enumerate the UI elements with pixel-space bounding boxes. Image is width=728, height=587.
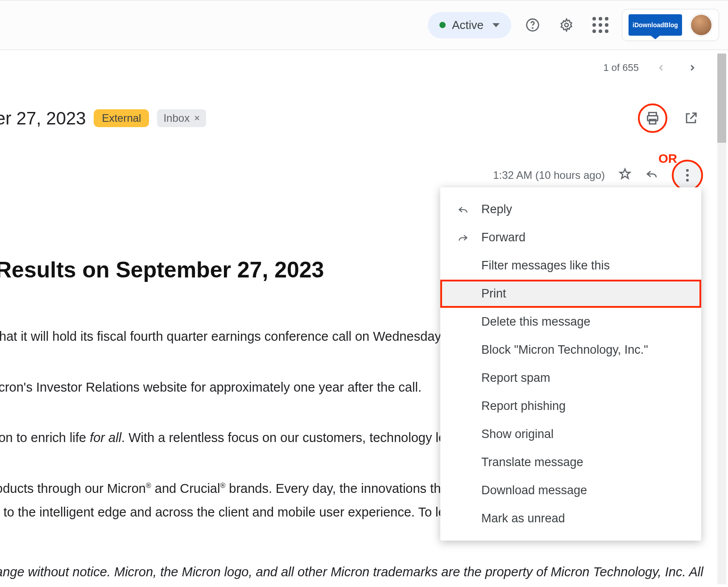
avatar[interactable] <box>690 14 712 36</box>
status-dot-icon <box>439 22 446 28</box>
account-box[interactable]: iDownloadBlog <box>622 9 719 41</box>
svg-point-2 <box>565 23 568 27</box>
more-vertical-icon <box>686 169 689 182</box>
star-button[interactable] <box>618 167 632 183</box>
timestamp: 1:32 AM (10 hours ago) <box>493 169 605 182</box>
menu-reply[interactable]: Reply <box>440 195 701 223</box>
reply-icon <box>645 167 658 181</box>
menu-show-original[interactable]: Show original <box>440 420 701 448</box>
external-badge: External <box>94 109 149 127</box>
settings-button[interactable] <box>554 12 579 37</box>
close-icon[interactable]: × <box>194 112 200 124</box>
inbox-badge[interactable]: Inbox × <box>157 109 206 127</box>
message-more-menu: Reply Forward Filter messages like this … <box>440 187 701 541</box>
menu-block[interactable]: Block "Micron Technology, Inc." <box>440 336 701 364</box>
menu-filter[interactable]: Filter messages like this <box>440 252 701 280</box>
pager: 1 of 655 <box>0 50 728 77</box>
print-highlight <box>638 103 667 133</box>
menu-download[interactable]: Download message <box>440 476 701 504</box>
menu-delete[interactable]: Delete this message <box>440 308 701 336</box>
more-button[interactable] <box>686 169 689 182</box>
menu-translate[interactable]: Translate message <box>440 448 701 476</box>
print-button[interactable] <box>642 108 663 128</box>
next-button[interactable] <box>683 59 701 77</box>
chevron-down-icon <box>492 23 500 27</box>
status-pill[interactable]: Active <box>428 12 511 38</box>
menu-mark-unread[interactable]: Mark as unread <box>440 504 701 533</box>
more-highlight <box>672 160 703 191</box>
apps-grid-icon <box>592 17 608 33</box>
menu-spam[interactable]: Report spam <box>440 364 701 392</box>
prev-button[interactable] <box>652 59 670 77</box>
menu-forward[interactable]: Forward <box>440 223 701 252</box>
subject-actions <box>638 103 701 133</box>
gear-icon <box>559 18 574 32</box>
subject-partial: er 27, 2023 <box>0 108 86 128</box>
app-header: Active iDownloadBlog <box>0 0 728 50</box>
open-new-window-button[interactable] <box>681 108 701 128</box>
apps-button[interactable] <box>588 12 613 37</box>
subject-row: er 27, 2023 External Inbox × <box>0 77 728 133</box>
help-icon <box>525 18 540 32</box>
pager-text: 1 of 655 <box>603 62 639 74</box>
status-label: Active <box>452 18 484 32</box>
message-meta: 1:32 AM (10 hours ago) <box>0 133 728 191</box>
print-icon <box>645 111 660 126</box>
scrollbar-thumb[interactable] <box>717 54 726 143</box>
reply-icon <box>456 204 470 215</box>
star-icon <box>618 167 632 181</box>
svg-point-1 <box>532 28 533 28</box>
menu-phishing[interactable]: Report phishing <box>440 392 701 420</box>
chevron-left-icon <box>656 63 666 73</box>
brand-logo: iDownloadBlog <box>629 14 682 36</box>
open-external-icon <box>683 111 699 126</box>
body-disclaimer: ange without notice. Micron, the Micron … <box>0 562 669 582</box>
chevron-right-icon <box>687 63 697 73</box>
menu-print[interactable]: Print <box>440 280 701 308</box>
reply-button[interactable] <box>645 167 658 183</box>
help-button[interactable] <box>520 12 545 37</box>
forward-icon <box>456 232 470 244</box>
